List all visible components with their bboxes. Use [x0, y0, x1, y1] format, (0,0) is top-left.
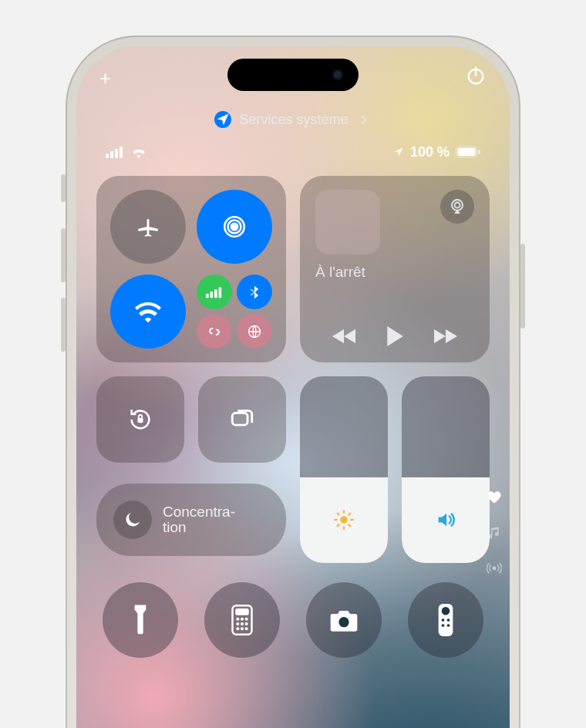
personal-hotspot-toggle[interactable] [197, 314, 232, 349]
svg-point-9 [493, 567, 495, 569]
svg-rect-3 [110, 151, 113, 158]
focus-button[interactable]: Concentra- tion [96, 484, 286, 556]
cellular-signal-icon [106, 146, 124, 158]
svg-rect-21 [232, 413, 248, 426]
wifi-toggle[interactable] [110, 275, 186, 349]
heart-icon [487, 490, 502, 505]
svg-line-29 [338, 525, 339, 527]
svg-point-35 [245, 618, 248, 621]
page-indicators[interactable] [487, 490, 502, 576]
focus-label: Concentra- tion [163, 504, 235, 535]
forward-icon [433, 328, 457, 345]
chevron-right-icon [356, 112, 372, 127]
svg-rect-14 [210, 292, 214, 298]
location-services-label: Services système [239, 112, 348, 128]
svg-point-37 [241, 622, 244, 625]
calculator-icon [231, 605, 253, 635]
dynamic-island [227, 59, 359, 91]
remote-button[interactable] [408, 582, 483, 658]
flashlight-icon [132, 605, 149, 635]
camera-button[interactable] [306, 582, 382, 658]
screen: + Services système [76, 46, 510, 728]
bluetooth-toggle[interactable] [237, 275, 272, 309]
volume-icon [435, 509, 456, 531]
svg-line-27 [338, 514, 339, 515]
svg-point-34 [241, 618, 244, 621]
side-button-volume-down [61, 298, 66, 352]
svg-rect-5 [120, 147, 123, 158]
volume-slider[interactable] [402, 376, 490, 563]
cellular-icon [206, 286, 223, 298]
phone-frame: + Services système [66, 35, 520, 728]
orientation-lock-button[interactable] [96, 376, 184, 463]
airplane-mode-toggle[interactable] [110, 190, 186, 264]
svg-point-22 [340, 517, 347, 524]
media-artwork [315, 190, 380, 254]
media-title-label: À l'arrêt [315, 264, 474, 281]
brightness-slider[interactable] [300, 376, 388, 563]
svg-line-28 [349, 525, 350, 527]
wifi-status-icon [130, 146, 147, 158]
flashlight-button[interactable] [103, 582, 178, 658]
svg-line-30 [349, 514, 350, 515]
location-services-row[interactable]: Services système [76, 111, 510, 128]
svg-rect-32 [237, 609, 248, 614]
calculator-button[interactable] [204, 582, 280, 658]
battery-percent-label: 100 % [410, 144, 450, 160]
power-icon [465, 65, 487, 86]
side-button-silence [61, 174, 66, 202]
svg-point-36 [236, 622, 239, 625]
airplay-icon [448, 197, 466, 216]
rewind-icon [332, 328, 357, 345]
svg-point-42 [338, 617, 349, 627]
location-arrow-icon [393, 147, 404, 157]
svg-point-48 [447, 624, 450, 627]
forward-button[interactable] [433, 328, 457, 345]
svg-point-40 [241, 627, 244, 630]
cellular-data-toggle[interactable] [197, 275, 232, 309]
airplane-icon [135, 214, 161, 240]
airdrop-toggle[interactable] [197, 190, 272, 264]
svg-point-47 [442, 624, 445, 627]
svg-rect-15 [214, 289, 217, 298]
side-button-volume-up [61, 228, 66, 282]
remote-icon [438, 604, 453, 636]
broadcast-icon [487, 561, 502, 576]
hotspot-icon [207, 324, 222, 339]
svg-point-41 [245, 627, 248, 630]
battery-icon [456, 146, 480, 158]
bluetooth-icon [247, 285, 262, 300]
power-button[interactable] [465, 65, 487, 86]
satellite-icon [247, 324, 262, 339]
airplay-button[interactable] [440, 190, 474, 224]
rewind-button[interactable] [332, 328, 357, 345]
add-controls-button[interactable]: + [99, 66, 111, 90]
svg-point-39 [236, 627, 239, 630]
svg-point-33 [236, 618, 239, 621]
svg-rect-16 [219, 287, 222, 298]
music-note-icon [487, 525, 502, 541]
svg-point-19 [455, 203, 460, 208]
svg-point-10 [231, 224, 238, 231]
svg-rect-4 [115, 149, 118, 158]
svg-point-46 [447, 618, 450, 622]
screen-mirroring-icon [229, 406, 255, 433]
location-badge-icon [214, 111, 231, 128]
svg-rect-8 [478, 150, 480, 154]
svg-point-38 [245, 622, 248, 625]
connectivity-mini-grid[interactable] [197, 275, 272, 349]
satellite-toggle[interactable] [237, 314, 272, 349]
connectivity-module[interactable] [96, 176, 286, 362]
camera-icon [328, 608, 359, 632]
media-module[interactable]: À l'arrêt [300, 176, 490, 362]
orientation-lock-icon [127, 406, 153, 433]
wifi-icon [135, 298, 161, 325]
svg-rect-2 [106, 153, 109, 158]
screen-mirroring-button[interactable] [198, 376, 286, 463]
svg-rect-13 [206, 293, 209, 298]
svg-point-18 [452, 200, 463, 211]
play-button[interactable] [385, 325, 405, 347]
brightness-icon [333, 509, 355, 531]
moon-icon [113, 501, 152, 539]
side-button-power [520, 244, 525, 329]
